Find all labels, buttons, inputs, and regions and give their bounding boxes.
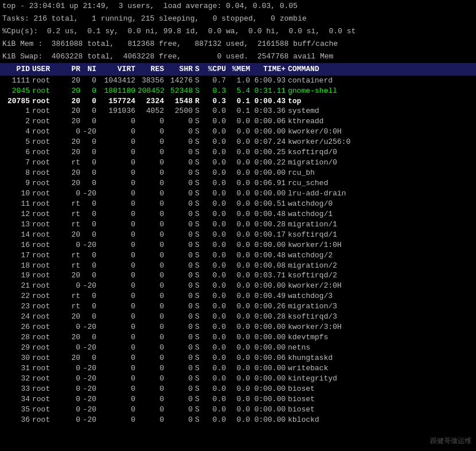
watermark: 跟健哥做运维 [430,437,471,446]
table-row: 10root0-20000S0.00.00:00.00lru-add-drain [0,189,476,199]
col-header-pr: PR [67,64,83,74]
table-row: 5root200000S0.00.00:07.24kworker/u256:0 [0,137,476,147]
table-row: 22rootrt0000S0.00.00:00.49watchdog/3 [0,291,476,301]
col-header-ni: NI [83,64,99,74]
col-header-time: TIME+ [252,64,288,74]
table-row: 34root0-20000S0.00.00:00.00bioset [0,394,476,405]
table-row: 36root0-20000S0.00.00:00.00kblockd [0,415,476,425]
table-row: 7rootrt0000S0.00.00:00.22migration/0 [0,158,476,168]
table-row: 12rootrt0000S0.00.00:00.48watchdog/1 [0,209,476,219]
table-row: 1111root20010434123835614276S0.71.06:00.… [0,76,476,86]
header-line2: Tasks: 216 total, 1 running, 215 sleepin… [0,13,476,25]
col-header-cmd: COMMAND [288,64,474,74]
col-header-cpu: %CPU [204,64,228,74]
table-row: 29root0-20000S0.00.00:00.00netns [0,343,476,353]
process-list: 1111root20010434123835614276S0.71.06:00.… [0,76,476,425]
table-row: 18rootrt0000S0.00.00:00.08migration/2 [0,261,476,271]
table-row: 14root200000S0.00.00:00.17ksoftirqd/1 [0,230,476,240]
col-header-s: S [195,64,204,74]
table-row: 17rootrt0000S0.00.00:00.48watchdog/2 [0,250,476,261]
table-row: 26root0-20000S0.00.00:00.00kworker/3:0H [0,322,476,332]
table-row: 9root200000S0.00.00:06.91rcu_sched [0,178,476,189]
table-row: 2root200000S0.00.00:00.06kthreadd [0,116,476,127]
table-row: 19root200000S0.00.00:03.71ksoftirqd/2 [0,270,476,281]
table-row: 32root0-20000S0.00.00:00.00kintegrityd [0,374,476,384]
table-row: 30root200000S0.00.00:00.06khungtaskd [0,353,476,363]
table-row: 4root0-20000S0.00.00:00.00kworker/0:0H [0,127,476,137]
table-row: 2045root200180118020845252348S0.35.40:31… [0,86,476,96]
col-header-virt: VIRT [99,64,138,74]
table-row: 21root0-20000S0.00.00:00.00kworker/2:0H [0,281,476,291]
table-row: 16root0-20000S0.00.00:00.00kworker/1:0H [0,240,476,250]
col-header-res: RES [138,64,166,74]
table-row: 31root0-20000S0.00.00:00.00writeback [0,363,476,374]
col-header-mem: %MEM [228,64,252,74]
header-line1: top - 23:04:01 up 21:49, 3 users, load a… [0,0,476,13]
table-row: 1root20019103640522500S0.00.10:03.36syst… [0,106,476,116]
header-line4: KiB Mem : 3861088 total, 812368 free, 88… [0,38,476,50]
table-row: 11rootrt0000S0.00.00:00.51watchdog/0 [0,199,476,209]
column-header: PID USER PR NI VIRT RES SHR S %CPU %MEM … [0,63,476,76]
table-row: 8root200000S0.00.00:00.00rcu_bh [0,168,476,178]
table-row: 6root200000S0.00.00:00.25ksoftirqd/0 [0,147,476,158]
terminal-body: top - 23:04:01 up 21:49, 3 users, load a… [0,0,476,425]
table-row: 24root200000S0.00.00:00.28ksoftirqd/3 [0,312,476,322]
col-header-pid: PID [2,64,32,74]
col-header-shr: SHR [166,64,195,74]
table-row: 28root200000S0.00.00:00.00kdevtmpfs [0,332,476,343]
header-line5: KiB Swap: 4063228 total, 4063228 free, 0… [0,50,476,63]
table-row: 20785root20015772423241548R0.30.10:00.43… [0,96,476,107]
table-row: 23rootrt0000S0.00.00:00.26migration/3 [0,301,476,312]
table-row: 13rootrt0000S0.00.00:00.28migration/1 [0,219,476,230]
header-line3: %Cpu(s): 0.2 us, 0.1 sy, 0.0 ni, 99.8 id… [0,25,476,38]
table-row: 33root0-20000S0.00.00:00.00bioset [0,384,476,394]
table-row: 35root0-20000S0.00.00:00.00bioset [0,405,476,415]
col-header-user: USER [32,64,67,74]
